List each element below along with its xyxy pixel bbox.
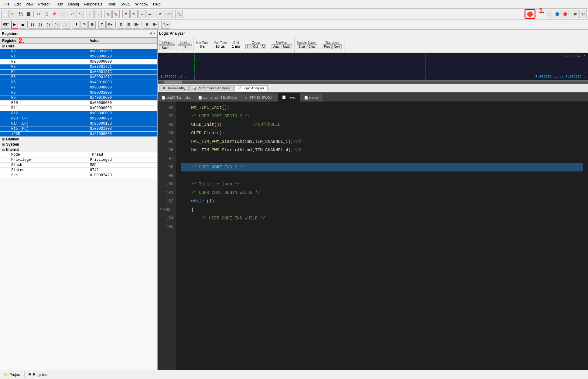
table-row[interactable]: R14 (LR) 0x0800018D [0,121,157,126]
table-row[interactable]: R3 0x080017C1 [0,64,157,70]
menu-view[interactable]: View [23,2,36,7]
mode-btn3[interactable]: ⊠▾ [133,21,140,29]
tab-logic-analyzer[interactable]: 📈 Logic Analyzer [234,85,268,91]
la-zoom-in-btn[interactable]: In [245,44,251,49]
open-btn[interactable]: 📂 [9,10,16,18]
step-btn2[interactable]: { } [37,21,44,29]
nav-back[interactable]: ← [87,10,94,18]
h-scrollbar[interactable] [158,80,588,84]
la-setup-btn[interactable]: Setup... [159,40,175,45]
menu-project[interactable]: Project [36,2,52,7]
la-auto-btn[interactable]: Auto [272,44,281,49]
step-btn1[interactable]: { } [29,21,36,29]
table-row[interactable]: R0 0x08001809 [0,49,157,54]
group-banked[interactable]: ⊞ Banked [0,137,157,142]
la-prev-btn[interactable]: Prev [323,44,332,49]
table-row[interactable]: R15 (PC) 0x08001808 [0,126,157,132]
comp-btn2[interactable]: ≡/ [130,10,138,18]
comp-btn1[interactable]: ≡ [122,10,130,18]
dbg-btn3[interactable]: ⚙▾ [106,21,114,29]
table-row[interactable]: R4 0x0800191C [0,70,157,75]
undo-btn[interactable]: ↩ [69,10,76,18]
la-zoom-all-btn[interactable]: All [260,44,266,49]
menu-edit[interactable]: Edit [12,2,23,7]
table-row[interactable]: R2 0x00000000 [0,59,157,64]
group-system[interactable]: ⊞ System [0,142,157,147]
table-row[interactable]: Sec 0.00087420 [0,173,157,178]
bk2-btn[interactable]: 🔖 [112,10,120,18]
comp-btn4[interactable]: /// [146,10,153,18]
table-row[interactable]: R12 0x0000F000 [0,111,157,116]
menu-tools[interactable]: Tools [105,2,118,7]
la-question-btn[interactable]: ? [178,45,192,50]
table-row[interactable]: R1 0x20000820 [0,54,157,59]
file-tab-startup[interactable]: 📄 startup_stm32f103xb.s [194,94,241,102]
tools-btn[interactable]: 🔧▾ [161,21,170,29]
circle2[interactable]: 🔵 [554,10,561,18]
table-row[interactable]: Mode Thread [0,152,157,157]
menu-file[interactable]: File [1,2,12,7]
cut-btn[interactable]: ✂ [35,10,42,18]
table-row[interactable]: States 8742 [0,168,157,173]
bottom-tab-registers[interactable]: ☰ Registers [25,371,52,378]
file-tab-oled[interactable]: 📄 oled.c [300,94,322,102]
group-internal[interactable]: ⊟ Internal [0,147,157,152]
panel-pin-btn[interactable]: 📌 [149,32,152,35]
run-btn[interactable]: ▶ [11,21,18,29]
arrow-right-btn[interactable]: ▷ [63,21,70,29]
la-stop-btn[interactable]: Stop [297,44,306,49]
table-row[interactable]: R5 0x0800191C [0,75,157,80]
step-btn3[interactable]: { } [45,21,52,29]
la-save-btn[interactable]: Save... [159,45,175,50]
table-row[interactable]: R10 0x00000000 [0,101,157,106]
new-btn[interactable]: 📄 [1,10,9,18]
file-tab-hal[interactable]: 📄 stm32f1xx_hal.c [158,94,194,102]
scroll-thumb[interactable] [164,81,182,84]
redo-btn[interactable]: ↪ [77,10,84,18]
grid-btn[interactable]: ⊞ [572,10,579,18]
dbg-btn2[interactable]: ⚙ [98,21,106,29]
paste-btn[interactable]: 📌 [51,10,58,18]
la-undo-btn[interactable]: Undo [282,44,292,49]
table-row[interactable]: R8 0x00001000 [0,90,157,95]
la-clear-btn[interactable]: Clear [307,44,317,49]
table-row[interactable]: R9 0x40010C00 [0,95,157,101]
grid-btn4[interactable]: ⊞▾ [151,21,159,29]
debug-circle-btn[interactable]: 🔴 [525,9,535,19]
step-over-btn[interactable]: ↷ [80,21,88,29]
table-row[interactable]: R11 0x00000000 [0,106,157,111]
copy-btn[interactable]: 📋 [43,10,50,18]
btn4[interactable]: ⬜ [59,10,66,18]
table-row[interactable]: xPSR 0x61000000 [0,132,157,137]
save-all-btn[interactable]: ⬛ [25,10,32,18]
circle3[interactable]: 🔴 [562,10,569,18]
step-btn4[interactable]: { } [53,21,60,29]
la-load-btn[interactable]: Load... [178,40,192,45]
la-zoom-out-btn[interactable]: Out [251,44,259,49]
menu-debug[interactable]: Debug [66,2,81,7]
stop-btn[interactable]: ⏹ [19,21,26,29]
save-btn[interactable]: 💾 [17,10,24,18]
menu-svcs[interactable]: SVCS [118,2,133,7]
file-tab-main[interactable]: 📄 main.c [278,93,300,102]
grid-btn2[interactable]: ⊟ [579,10,587,18]
table-row[interactable]: R7 0x00008000 [0,85,157,90]
comp-btn3[interactable]: /// [138,10,145,18]
bottom-tab-project[interactable]: 📁 Project [0,371,25,378]
chip-btn[interactable]: 🖥 [156,10,163,18]
tab-disassembly[interactable]: ⚙ Disassembly [159,85,189,91]
code-content[interactable]: MX_TIM1_Init(); /* USER CODE BEGIN 2 */ … [176,102,588,370]
file-tab-swo[interactable]: ⚙ STM32_SWO.ini [241,94,278,102]
mode-btn2[interactable]: ⊡ [125,21,132,29]
table-row[interactable]: R13 (SP) 0x20000820 [0,116,157,121]
nav-fwd[interactable]: → [94,10,102,18]
mode-btn1[interactable]: ⊠ [117,21,124,29]
bk-btn[interactable]: 🔖 [104,10,112,18]
mem-btn[interactable]: ⊟ [88,21,96,29]
menu-peripherals[interactable]: Peripherals [81,2,105,7]
rst-btn[interactable]: RST [1,21,10,29]
search-btn[interactable]: 🔍 [175,10,183,18]
table-row[interactable]: Privilege Privileged [0,157,157,163]
menu-help[interactable]: Help [151,2,163,7]
grid-btn3[interactable]: ⊞ [143,21,150,29]
